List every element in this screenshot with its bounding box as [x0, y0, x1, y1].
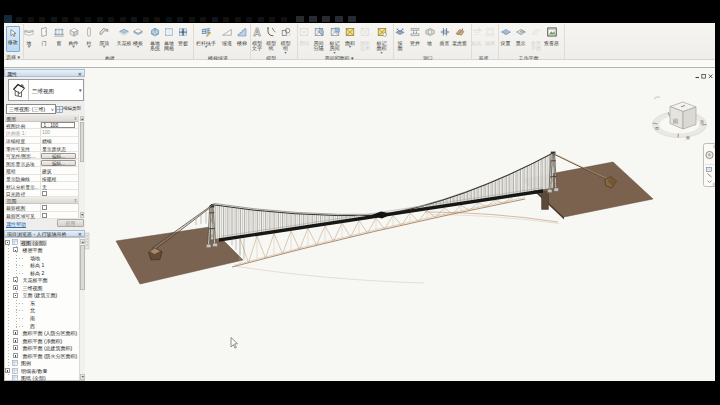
- svg-text:东: 东: [700, 119, 704, 124]
- svg-text:前: 前: [672, 118, 679, 124]
- svg-text:西: 西: [655, 126, 659, 131]
- svg-text:南: 南: [686, 135, 690, 140]
